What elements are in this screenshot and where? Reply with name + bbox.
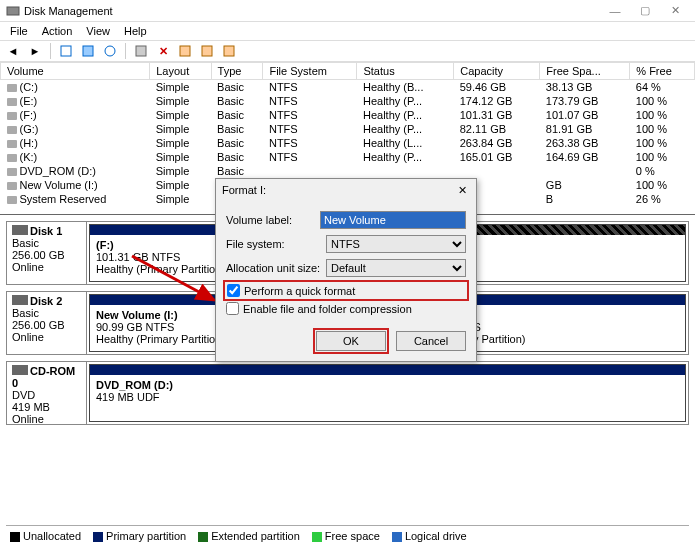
- column-header[interactable]: Capacity: [454, 63, 540, 80]
- volume-icon: [7, 154, 17, 162]
- filesystem-select[interactable]: NTFS: [326, 235, 466, 253]
- close-button[interactable]: ✕: [661, 2, 689, 20]
- legend-item: Unallocated: [10, 530, 81, 542]
- back-icon[interactable]: ◄: [4, 42, 22, 60]
- menubar: File Action View Help: [0, 22, 695, 40]
- disk-header[interactable]: Disk 2Basic256.00 GBOnline: [7, 292, 87, 354]
- volume-icon: [7, 182, 17, 190]
- menu-help[interactable]: Help: [124, 25, 147, 37]
- column-header[interactable]: % Free: [630, 63, 695, 80]
- svg-rect-1: [61, 46, 71, 56]
- column-header[interactable]: Status: [357, 63, 454, 80]
- dialog-close-icon[interactable]: ✕: [454, 182, 470, 198]
- column-header[interactable]: File System: [263, 63, 357, 80]
- grid-icon[interactable]: [220, 42, 238, 60]
- column-header[interactable]: Layout: [150, 63, 211, 80]
- volume-icon: [7, 196, 17, 204]
- table-row[interactable]: (F:)SimpleBasicNTFSHealthy (P...101.31 G…: [1, 108, 695, 122]
- titlebar: Disk Management — ▢ ✕: [0, 0, 695, 22]
- cancel-button[interactable]: Cancel: [396, 331, 466, 351]
- volume-icon: [7, 140, 17, 148]
- svg-rect-6: [202, 46, 212, 56]
- table-row[interactable]: (E:)SimpleBasicNTFSHealthy (P...174.12 G…: [1, 94, 695, 108]
- dialog-title: Format I:: [222, 184, 454, 196]
- filesystem-label: File system:: [226, 238, 326, 250]
- disk-icon: [12, 295, 28, 305]
- compression-checkbox[interactable]: [226, 302, 239, 315]
- volume-icon: [7, 98, 17, 106]
- help-icon[interactable]: [101, 42, 119, 60]
- column-header[interactable]: Type: [211, 63, 263, 80]
- app-icon: [6, 4, 20, 18]
- format-dialog: Format I: ✕ Volume label: File system: N…: [215, 178, 477, 362]
- menu-action[interactable]: Action: [42, 25, 73, 37]
- compression-label: Enable file and folder compression: [243, 303, 412, 315]
- volume-label-input[interactable]: [320, 211, 466, 229]
- properties-icon[interactable]: [79, 42, 97, 60]
- minimize-button[interactable]: —: [601, 2, 629, 20]
- table-row[interactable]: DVD_ROM (D:)SimpleBasic0 %: [1, 164, 695, 178]
- window-title: Disk Management: [24, 5, 601, 17]
- volume-icon: [7, 126, 17, 134]
- disk-header[interactable]: Disk 1Basic256.00 GBOnline: [7, 222, 87, 284]
- partition[interactable]: DVD_ROM (D:)419 MB UDF: [89, 364, 686, 422]
- svg-point-3: [105, 46, 115, 56]
- table-row[interactable]: (K:)SimpleBasicNTFSHealthy (P...165.01 G…: [1, 150, 695, 164]
- column-header[interactable]: Volume: [1, 63, 150, 80]
- table-row[interactable]: (C:)SimpleBasicNTFSHealthy (B...59.46 GB…: [1, 80, 695, 95]
- svg-rect-7: [224, 46, 234, 56]
- legend-item: Extended partition: [198, 530, 300, 542]
- svg-rect-4: [136, 46, 146, 56]
- menu-view[interactable]: View: [86, 25, 110, 37]
- toolbar: ◄ ► ✕: [0, 40, 695, 62]
- disk-icon: [12, 225, 28, 235]
- svg-rect-5: [180, 46, 190, 56]
- disk-header[interactable]: CD-ROM 0DVD419 MBOnline: [7, 362, 87, 424]
- action-icon[interactable]: [176, 42, 194, 60]
- legend-item: Primary partition: [93, 530, 186, 542]
- maximize-button[interactable]: ▢: [631, 2, 659, 20]
- menu-file[interactable]: File: [10, 25, 28, 37]
- column-header[interactable]: Free Spa...: [540, 63, 630, 80]
- svg-rect-2: [83, 46, 93, 56]
- legend-item: Free space: [312, 530, 380, 542]
- volume-icon: [7, 84, 17, 92]
- volume-icon: [7, 112, 17, 120]
- delete-icon[interactable]: ✕: [154, 42, 172, 60]
- settings-icon[interactable]: [132, 42, 150, 60]
- dialog-titlebar[interactable]: Format I: ✕: [216, 179, 476, 201]
- table-row[interactable]: (H:)SimpleBasicNTFSHealthy (L...263.84 G…: [1, 136, 695, 150]
- forward-icon[interactable]: ►: [26, 42, 44, 60]
- svg-rect-0: [7, 7, 19, 15]
- volume-icon: [7, 168, 17, 176]
- table-row[interactable]: (G:)SimpleBasicNTFSHealthy (P...82.11 GB…: [1, 122, 695, 136]
- volume-label-label: Volume label:: [226, 214, 320, 226]
- disk-panel: CD-ROM 0DVD419 MBOnlineDVD_ROM (D:)419 M…: [6, 361, 689, 425]
- legend: UnallocatedPrimary partitionExtended par…: [6, 525, 689, 542]
- legend-item: Logical drive: [392, 530, 467, 542]
- quick-format-label: Perform a quick format: [244, 285, 355, 297]
- disk-icon: [12, 365, 28, 375]
- list-icon[interactable]: [198, 42, 216, 60]
- quick-format-checkbox[interactable]: [227, 284, 240, 297]
- refresh-icon[interactable]: [57, 42, 75, 60]
- allocation-label: Allocation unit size:: [226, 262, 326, 274]
- ok-button[interactable]: OK: [316, 331, 386, 351]
- allocation-select[interactable]: Default: [326, 259, 466, 277]
